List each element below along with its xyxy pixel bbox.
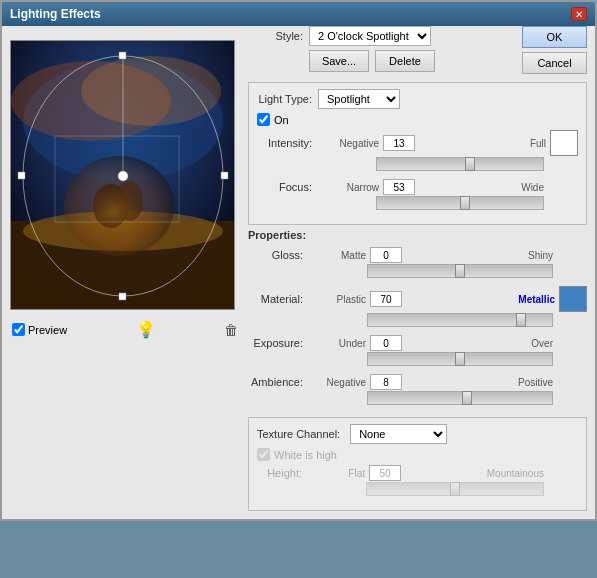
save-button[interactable]: Save... bbox=[309, 50, 369, 72]
light-type-label: Light Type: bbox=[257, 93, 312, 105]
close-button[interactable]: ✕ bbox=[571, 7, 587, 21]
material-slider-row bbox=[248, 313, 587, 327]
intensity-slider[interactable] bbox=[376, 157, 544, 171]
focus-value[interactable]: 53 bbox=[383, 179, 415, 195]
ambience-value[interactable]: 8 bbox=[370, 374, 402, 390]
material-color-swatch[interactable] bbox=[559, 286, 587, 312]
gloss-left: Matte bbox=[311, 250, 366, 261]
lighting-effects-dialog: Lighting Effects ✕ bbox=[0, 0, 597, 521]
texture-section: Texture Channel: NoneRedGreenBlueTranspa… bbox=[248, 417, 587, 511]
svg-rect-14 bbox=[221, 172, 228, 179]
preview-controls: Preview 💡 🗑 bbox=[10, 316, 240, 343]
height-field-label: Height: bbox=[257, 467, 302, 479]
ambience-left: Negative bbox=[311, 377, 366, 388]
gloss-slider[interactable] bbox=[367, 264, 553, 278]
title-bar: Lighting Effects ✕ bbox=[2, 2, 595, 26]
intensity-color-swatch[interactable] bbox=[550, 130, 578, 156]
svg-rect-15 bbox=[119, 293, 126, 300]
style-section: Style: 2 O'clock SpotlightBlue OmniCircl… bbox=[248, 26, 514, 76]
preview-label: Preview bbox=[28, 324, 67, 336]
intensity-slider-row bbox=[257, 157, 578, 171]
delete-button[interactable]: Delete bbox=[375, 50, 435, 72]
exposure-right: Over bbox=[406, 338, 553, 349]
ambience-right: Positive bbox=[406, 377, 553, 388]
exposure-group: Exposure: Under 0 Over bbox=[248, 335, 587, 366]
material-labels: Material: Plastic 70 Metallic bbox=[248, 286, 587, 312]
intensity-right: Full bbox=[419, 138, 546, 149]
exposure-field-label: Exposure: bbox=[248, 337, 303, 349]
svg-rect-12 bbox=[119, 52, 126, 59]
exposure-left: Under bbox=[311, 338, 366, 349]
ambience-labels: Ambience: Negative 8 Positive bbox=[248, 374, 587, 390]
intensity-value[interactable]: 13 bbox=[383, 135, 415, 151]
save-delete-row: Save... Delete bbox=[248, 50, 514, 72]
material-right: Metallic bbox=[406, 294, 555, 305]
top-area: Style: 2 O'clock SpotlightBlue OmniCircl… bbox=[248, 26, 587, 76]
white-is-high-row: White is high bbox=[257, 448, 578, 461]
focus-group: Focus: Narrow 53 Wide bbox=[257, 179, 578, 210]
ok-cancel-group: OK Cancel bbox=[522, 26, 587, 74]
gloss-labels: Gloss: Matte 0 Shiny bbox=[248, 247, 587, 263]
svg-rect-13 bbox=[18, 172, 25, 179]
svg-point-4 bbox=[81, 56, 221, 126]
height-slider-row bbox=[257, 482, 578, 496]
preview-checkbox[interactable] bbox=[12, 323, 25, 336]
on-row: On bbox=[257, 113, 578, 126]
style-label: Style: bbox=[248, 30, 303, 42]
svg-point-16 bbox=[118, 171, 128, 181]
gloss-right: Shiny bbox=[406, 250, 553, 261]
main-content: Preview 💡 🗑 Style: 2 O'clock SpotlightBl… bbox=[2, 26, 595, 519]
left-panel: Preview 💡 🗑 bbox=[10, 26, 240, 511]
preview-image bbox=[11, 41, 234, 309]
svg-point-9 bbox=[64, 156, 174, 256]
gloss-value[interactable]: 0 bbox=[370, 247, 402, 263]
height-value[interactable]: 50 bbox=[369, 465, 401, 481]
texture-channel-select[interactable]: NoneRedGreenBlueTransparency bbox=[350, 424, 447, 444]
ambience-slider[interactable] bbox=[367, 391, 553, 405]
gloss-group: Gloss: Matte 0 Shiny bbox=[248, 247, 587, 278]
height-slider[interactable] bbox=[366, 482, 544, 496]
material-value[interactable]: 70 bbox=[370, 291, 402, 307]
gloss-slider-row bbox=[248, 264, 587, 278]
exposure-slider[interactable] bbox=[367, 352, 553, 366]
white-is-high-label: White is high bbox=[274, 449, 337, 461]
height-group: Height: Flat 50 Mountainous bbox=[257, 465, 578, 496]
light-type-section: Light Type: SpotlightOmniDirectional On … bbox=[248, 82, 587, 225]
intensity-left: Negative bbox=[324, 138, 379, 149]
material-slider[interactable] bbox=[367, 313, 553, 327]
cancel-button[interactable]: Cancel bbox=[522, 52, 587, 74]
style-row: Style: 2 O'clock SpotlightBlue OmniCircl… bbox=[248, 26, 514, 46]
white-is-high-checkbox[interactable] bbox=[257, 448, 270, 461]
focus-right: Wide bbox=[419, 182, 544, 193]
texture-channel-label: Texture Channel: bbox=[257, 428, 340, 440]
focus-field-label: Focus: bbox=[257, 181, 312, 193]
on-checkbox[interactable] bbox=[257, 113, 270, 126]
intensity-field-label: Intensity: bbox=[257, 137, 312, 149]
exposure-value[interactable]: 0 bbox=[370, 335, 402, 351]
focus-labels: Focus: Narrow 53 Wide bbox=[257, 179, 578, 195]
focus-slider[interactable] bbox=[376, 196, 544, 210]
trash-icon[interactable]: 🗑 bbox=[224, 322, 238, 338]
focus-slider-row bbox=[257, 196, 578, 210]
gloss-field-label: Gloss: bbox=[248, 249, 303, 261]
height-left: Flat bbox=[310, 468, 365, 479]
dialog-title: Lighting Effects bbox=[10, 7, 101, 21]
ok-button[interactable]: OK bbox=[522, 26, 587, 48]
properties-label: Properties: bbox=[248, 229, 587, 241]
material-left: Plastic bbox=[311, 294, 366, 305]
light-type-row: Light Type: SpotlightOmniDirectional bbox=[257, 89, 578, 109]
material-field-label: Material: bbox=[248, 293, 303, 305]
properties-section: Properties: Gloss: Matte 0 Shiny bbox=[248, 229, 587, 413]
focus-left: Narrow bbox=[324, 182, 379, 193]
height-labels: Height: Flat 50 Mountainous bbox=[257, 465, 578, 481]
bulb-icon[interactable]: 💡 bbox=[136, 320, 156, 339]
ambience-group: Ambience: Negative 8 Positive bbox=[248, 374, 587, 405]
intensity-group: Intensity: Negative 13 Full bbox=[257, 130, 578, 171]
height-right: Mountainous bbox=[405, 468, 544, 479]
style-select[interactable]: 2 O'clock SpotlightBlue OmniCircle of Li… bbox=[309, 26, 431, 46]
light-type-select[interactable]: SpotlightOmniDirectional bbox=[318, 89, 400, 109]
ambience-slider-row bbox=[248, 391, 587, 405]
on-label: On bbox=[274, 114, 289, 126]
intensity-labels: Intensity: Negative 13 Full bbox=[257, 130, 578, 156]
exposure-labels: Exposure: Under 0 Over bbox=[248, 335, 587, 351]
